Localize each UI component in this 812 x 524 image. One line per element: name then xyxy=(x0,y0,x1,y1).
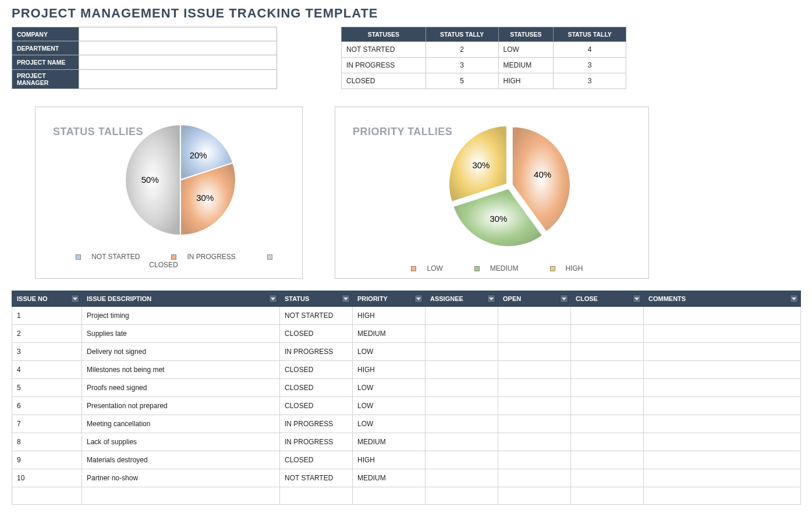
cell-open[interactable] xyxy=(498,487,571,505)
cell-open[interactable] xyxy=(498,307,571,325)
table-row[interactable]: 1Project timingNOT STARTEDHIGH xyxy=(12,307,801,325)
cell-assignee[interactable] xyxy=(425,487,498,505)
info-value[interactable] xyxy=(79,55,277,69)
cell-assignee[interactable] xyxy=(425,379,498,397)
cell-open[interactable] xyxy=(498,361,571,379)
cell-close[interactable] xyxy=(571,397,644,415)
cell-priority[interactable]: LOW xyxy=(353,379,425,397)
cell-assignee[interactable] xyxy=(425,433,498,451)
issues-header[interactable]: ISSUE DESCRIPTION xyxy=(82,291,280,307)
cell-no[interactable]: 10 xyxy=(12,469,82,487)
table-row[interactable]: 6Presentation not preparedCLOSEDLOW xyxy=(12,397,801,415)
cell-status[interactable] xyxy=(280,487,353,505)
cell-status[interactable]: CLOSED xyxy=(280,397,353,415)
cell-no[interactable] xyxy=(12,487,82,505)
cell-desc[interactable]: Materials destroyed xyxy=(82,451,280,469)
cell-comments[interactable] xyxy=(644,325,801,343)
cell-close[interactable] xyxy=(571,325,644,343)
cell-priority[interactable]: LOW xyxy=(353,415,425,433)
cell-status[interactable]: CLOSED xyxy=(280,379,353,397)
cell-open[interactable] xyxy=(498,415,571,433)
filter-dropdown-icon[interactable] xyxy=(487,295,495,303)
table-row[interactable] xyxy=(12,487,801,505)
cell-assignee[interactable] xyxy=(425,325,498,343)
cell-close[interactable] xyxy=(571,307,644,325)
cell-priority[interactable]: HIGH xyxy=(353,361,425,379)
cell-status[interactable]: NOT STARTED xyxy=(280,469,353,487)
cell-no[interactable]: 6 xyxy=(12,397,82,415)
filter-dropdown-icon[interactable] xyxy=(414,295,423,303)
cell-status[interactable]: IN PROGRESS xyxy=(280,433,353,451)
cell-priority[interactable]: MEDIUM xyxy=(353,433,425,451)
cell-assignee[interactable] xyxy=(425,451,498,469)
cell-priority[interactable]: LOW xyxy=(353,397,425,415)
cell-open[interactable] xyxy=(498,451,571,469)
cell-open[interactable] xyxy=(498,343,571,361)
cell-assignee[interactable] xyxy=(425,469,498,487)
cell-open[interactable] xyxy=(498,325,571,343)
table-row[interactable]: 7Meeting cancellationIN PROGRESSLOW xyxy=(12,415,801,433)
cell-assignee[interactable] xyxy=(425,415,498,433)
cell-desc[interactable]: Milestones not being met xyxy=(82,361,280,379)
cell-comments[interactable] xyxy=(644,433,801,451)
cell-comments[interactable] xyxy=(644,307,801,325)
cell-no[interactable]: 2 xyxy=(12,325,82,343)
cell-status[interactable]: IN PROGRESS xyxy=(280,415,353,433)
cell-close[interactable] xyxy=(571,343,644,361)
cell-open[interactable] xyxy=(498,379,571,397)
cell-status[interactable]: NOT STARTED xyxy=(280,307,353,325)
cell-close[interactable] xyxy=(571,469,644,487)
filter-dropdown-icon[interactable] xyxy=(790,295,798,303)
info-value[interactable] xyxy=(79,41,277,55)
cell-close[interactable] xyxy=(571,379,644,397)
cell-no[interactable]: 1 xyxy=(12,307,82,325)
filter-dropdown-icon[interactable] xyxy=(560,295,568,303)
info-value[interactable] xyxy=(79,27,277,41)
issues-header[interactable]: COMMENTS xyxy=(644,291,801,307)
cell-close[interactable] xyxy=(571,361,644,379)
cell-no[interactable]: 7 xyxy=(12,415,82,433)
issues-header[interactable]: CLOSE xyxy=(571,291,644,307)
filter-dropdown-icon[interactable] xyxy=(342,295,350,303)
cell-status[interactable]: CLOSED xyxy=(280,325,353,343)
cell-close[interactable] xyxy=(571,487,644,505)
cell-desc[interactable]: Project timing xyxy=(82,307,280,325)
cell-no[interactable]: 8 xyxy=(12,433,82,451)
table-row[interactable]: 4Milestones not being metCLOSEDHIGH xyxy=(12,361,801,379)
cell-desc[interactable]: Presentation not prepared xyxy=(82,397,280,415)
cell-no[interactable]: 3 xyxy=(12,343,82,361)
cell-priority[interactable]: HIGH xyxy=(353,451,425,469)
cell-comments[interactable] xyxy=(644,415,801,433)
cell-desc[interactable]: Partner no-show xyxy=(82,469,280,487)
filter-dropdown-icon[interactable] xyxy=(269,295,277,303)
issues-header[interactable]: PRIORITY xyxy=(353,291,425,307)
cell-priority[interactable]: MEDIUM xyxy=(353,325,425,343)
cell-assignee[interactable] xyxy=(425,343,498,361)
cell-priority[interactable]: MEDIUM xyxy=(353,469,425,487)
issues-header[interactable]: ASSIGNEE xyxy=(425,291,498,307)
cell-comments[interactable] xyxy=(644,397,801,415)
cell-assignee[interactable] xyxy=(425,397,498,415)
cell-open[interactable] xyxy=(498,469,571,487)
cell-comments[interactable] xyxy=(644,469,801,487)
cell-priority[interactable] xyxy=(353,487,425,505)
cell-comments[interactable] xyxy=(644,379,801,397)
cell-close[interactable] xyxy=(571,451,644,469)
cell-desc[interactable]: Meeting cancellation xyxy=(82,415,280,433)
cell-no[interactable]: 4 xyxy=(12,361,82,379)
cell-close[interactable] xyxy=(571,433,644,451)
cell-comments[interactable] xyxy=(644,343,801,361)
table-row[interactable]: 10Partner no-showNOT STARTEDMEDIUM xyxy=(12,469,801,487)
cell-open[interactable] xyxy=(498,397,571,415)
cell-close[interactable] xyxy=(571,415,644,433)
issues-header[interactable]: ISSUE NO xyxy=(12,291,82,307)
cell-no[interactable]: 5 xyxy=(12,379,82,397)
filter-dropdown-icon[interactable] xyxy=(633,295,641,303)
cell-comments[interactable] xyxy=(644,487,801,505)
table-row[interactable]: 5Proofs need signedCLOSEDLOW xyxy=(12,379,801,397)
cell-priority[interactable]: LOW xyxy=(353,343,425,361)
cell-desc[interactable]: Supplies late xyxy=(82,325,280,343)
issues-header[interactable]: OPEN xyxy=(498,291,571,307)
cell-comments[interactable] xyxy=(644,361,801,379)
table-row[interactable]: 2Supplies lateCLOSEDMEDIUM xyxy=(12,325,801,343)
